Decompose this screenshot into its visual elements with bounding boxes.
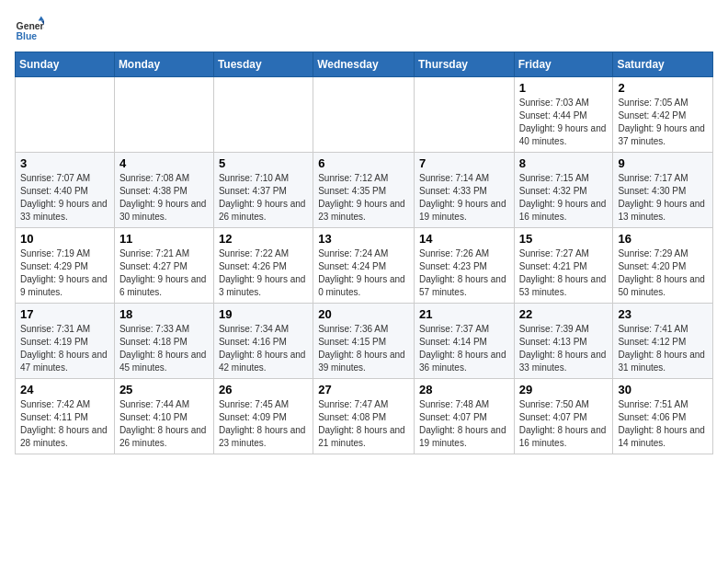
day-info: Sunrise: 7:45 AMSunset: 4:09 PMDaylight:…	[219, 398, 308, 450]
calendar-cell: 26Sunrise: 7:45 AMSunset: 4:09 PMDayligh…	[213, 379, 313, 454]
day-info: Sunrise: 7:37 AMSunset: 4:14 PMDaylight:…	[419, 323, 509, 374]
day-number: 8	[519, 156, 609, 170]
calendar-week-2: 3Sunrise: 7:07 AMSunset: 4:40 PMDaylight…	[16, 153, 713, 228]
calendar-cell: 25Sunrise: 7:44 AMSunset: 4:10 PMDayligh…	[114, 379, 213, 454]
day-info: Sunrise: 7:36 AMSunset: 4:15 PMDaylight:…	[318, 323, 409, 374]
calendar-cell: 15Sunrise: 7:27 AMSunset: 4:21 PMDayligh…	[514, 228, 613, 304]
day-info: Sunrise: 7:15 AMSunset: 4:32 PMDaylight:…	[519, 172, 609, 224]
calendar-cell: 3Sunrise: 7:07 AMSunset: 4:40 PMDaylight…	[16, 153, 115, 228]
calendar-header-tuesday: Tuesday	[213, 52, 313, 77]
calendar-cell: 18Sunrise: 7:33 AMSunset: 4:18 PMDayligh…	[114, 304, 213, 379]
day-info: Sunrise: 7:17 AMSunset: 4:30 PMDaylight:…	[618, 172, 708, 224]
calendar-cell: 27Sunrise: 7:47 AMSunset: 4:08 PMDayligh…	[313, 379, 415, 454]
calendar-header-wednesday: Wednesday	[313, 52, 415, 77]
day-info: Sunrise: 7:48 AMSunset: 4:07 PMDaylight:…	[419, 398, 509, 450]
calendar-header-row: SundayMondayTuesdayWednesdayThursdayFrid…	[16, 52, 713, 77]
day-number: 30	[618, 383, 708, 396]
calendar-cell: 21Sunrise: 7:37 AMSunset: 4:14 PMDayligh…	[414, 304, 514, 379]
day-info: Sunrise: 7:22 AMSunset: 4:26 PMDaylight:…	[219, 247, 308, 299]
day-number: 14	[419, 232, 509, 246]
day-number: 12	[219, 232, 308, 246]
calendar-cell	[114, 77, 213, 153]
day-info: Sunrise: 7:24 AMSunset: 4:24 PMDaylight:…	[318, 247, 409, 299]
day-info: Sunrise: 7:21 AMSunset: 4:27 PMDaylight:…	[119, 247, 209, 299]
calendar-header-friday: Friday	[514, 52, 613, 77]
day-number: 18	[119, 307, 209, 321]
calendar-cell: 30Sunrise: 7:51 AMSunset: 4:06 PMDayligh…	[613, 379, 713, 454]
day-info: Sunrise: 7:50 AMSunset: 4:07 PMDaylight:…	[519, 398, 609, 450]
calendar-cell: 10Sunrise: 7:19 AMSunset: 4:29 PMDayligh…	[16, 228, 115, 304]
day-number: 22	[519, 307, 609, 321]
calendar-cell: 23Sunrise: 7:41 AMSunset: 4:12 PMDayligh…	[613, 304, 713, 379]
calendar-cell: 13Sunrise: 7:24 AMSunset: 4:24 PMDayligh…	[313, 228, 415, 304]
day-info: Sunrise: 7:12 AMSunset: 4:35 PMDaylight:…	[318, 172, 409, 224]
calendar-week-3: 10Sunrise: 7:19 AMSunset: 4:29 PMDayligh…	[16, 228, 713, 304]
calendar-header-thursday: Thursday	[414, 52, 514, 77]
calendar-header-saturday: Saturday	[613, 52, 713, 77]
day-info: Sunrise: 7:39 AMSunset: 4:13 PMDaylight:…	[519, 323, 609, 374]
day-info: Sunrise: 7:03 AMSunset: 4:44 PMDaylight:…	[519, 97, 609, 148]
day-info: Sunrise: 7:47 AMSunset: 4:08 PMDaylight:…	[318, 398, 409, 450]
calendar-cell: 5Sunrise: 7:10 AMSunset: 4:37 PMDaylight…	[213, 153, 313, 228]
calendar-cell: 16Sunrise: 7:29 AMSunset: 4:20 PMDayligh…	[613, 228, 713, 304]
day-number: 20	[318, 307, 409, 321]
calendar-cell: 14Sunrise: 7:26 AMSunset: 4:23 PMDayligh…	[414, 228, 514, 304]
day-number: 27	[318, 383, 409, 396]
day-number: 10	[20, 232, 109, 246]
calendar-cell: 4Sunrise: 7:08 AMSunset: 4:38 PMDaylight…	[114, 153, 213, 228]
calendar-cell	[313, 77, 415, 153]
calendar-cell	[213, 77, 313, 153]
day-number: 16	[618, 232, 708, 246]
page-header: General Blue	[15, 15, 713, 44]
calendar-week-1: 1Sunrise: 7:03 AMSunset: 4:44 PMDaylight…	[16, 77, 713, 153]
calendar-cell: 6Sunrise: 7:12 AMSunset: 4:35 PMDaylight…	[313, 153, 415, 228]
day-number: 19	[219, 307, 308, 321]
day-number: 3	[20, 156, 109, 170]
day-info: Sunrise: 7:51 AMSunset: 4:06 PMDaylight:…	[618, 398, 708, 450]
day-number: 9	[618, 156, 708, 170]
day-number: 25	[119, 383, 209, 396]
calendar-header-monday: Monday	[114, 52, 213, 77]
calendar-cell	[414, 77, 514, 153]
calendar-week-4: 17Sunrise: 7:31 AMSunset: 4:19 PMDayligh…	[16, 304, 713, 379]
calendar-week-5: 24Sunrise: 7:42 AMSunset: 4:11 PMDayligh…	[16, 379, 713, 454]
day-info: Sunrise: 7:14 AMSunset: 4:33 PMDaylight:…	[419, 172, 509, 224]
day-number: 15	[519, 232, 609, 246]
calendar-table: SundayMondayTuesdayWednesdayThursdayFrid…	[15, 52, 713, 454]
day-number: 7	[419, 156, 509, 170]
day-info: Sunrise: 7:08 AMSunset: 4:38 PMDaylight:…	[119, 172, 209, 224]
logo: General Blue	[15, 15, 48, 44]
calendar-cell: 24Sunrise: 7:42 AMSunset: 4:11 PMDayligh…	[16, 379, 115, 454]
day-info: Sunrise: 7:42 AMSunset: 4:11 PMDaylight:…	[20, 398, 109, 450]
day-info: Sunrise: 7:05 AMSunset: 4:42 PMDaylight:…	[618, 97, 708, 148]
day-number: 13	[318, 232, 409, 246]
day-number: 4	[119, 156, 209, 170]
day-number: 17	[20, 307, 109, 321]
calendar-cell: 20Sunrise: 7:36 AMSunset: 4:15 PMDayligh…	[313, 304, 415, 379]
day-number: 26	[219, 383, 308, 396]
calendar-cell: 12Sunrise: 7:22 AMSunset: 4:26 PMDayligh…	[213, 228, 313, 304]
calendar-cell: 2Sunrise: 7:05 AMSunset: 4:42 PMDaylight…	[613, 77, 713, 153]
calendar-header-sunday: Sunday	[16, 52, 115, 77]
logo-icon: General Blue	[15, 15, 44, 44]
day-info: Sunrise: 7:26 AMSunset: 4:23 PMDaylight:…	[419, 247, 509, 299]
day-number: 23	[618, 307, 708, 321]
calendar-cell: 29Sunrise: 7:50 AMSunset: 4:07 PMDayligh…	[514, 379, 613, 454]
calendar-cell: 8Sunrise: 7:15 AMSunset: 4:32 PMDaylight…	[514, 153, 613, 228]
day-number: 24	[20, 383, 109, 396]
svg-text:General: General	[17, 21, 44, 31]
day-info: Sunrise: 7:10 AMSunset: 4:37 PMDaylight:…	[219, 172, 308, 224]
calendar-cell: 9Sunrise: 7:17 AMSunset: 4:30 PMDaylight…	[613, 153, 713, 228]
calendar-cell: 28Sunrise: 7:48 AMSunset: 4:07 PMDayligh…	[414, 379, 514, 454]
day-number: 6	[318, 156, 409, 170]
svg-marker-2	[39, 17, 44, 21]
day-number: 11	[119, 232, 209, 246]
calendar-cell: 11Sunrise: 7:21 AMSunset: 4:27 PMDayligh…	[114, 228, 213, 304]
day-info: Sunrise: 7:41 AMSunset: 4:12 PMDaylight:…	[618, 323, 708, 374]
calendar-cell: 1Sunrise: 7:03 AMSunset: 4:44 PMDaylight…	[514, 77, 613, 153]
calendar-cell: 17Sunrise: 7:31 AMSunset: 4:19 PMDayligh…	[16, 304, 115, 379]
day-number: 2	[618, 81, 708, 95]
day-info: Sunrise: 7:31 AMSunset: 4:19 PMDaylight:…	[20, 323, 109, 374]
day-number: 1	[519, 81, 609, 95]
day-info: Sunrise: 7:19 AMSunset: 4:29 PMDaylight:…	[20, 247, 109, 299]
